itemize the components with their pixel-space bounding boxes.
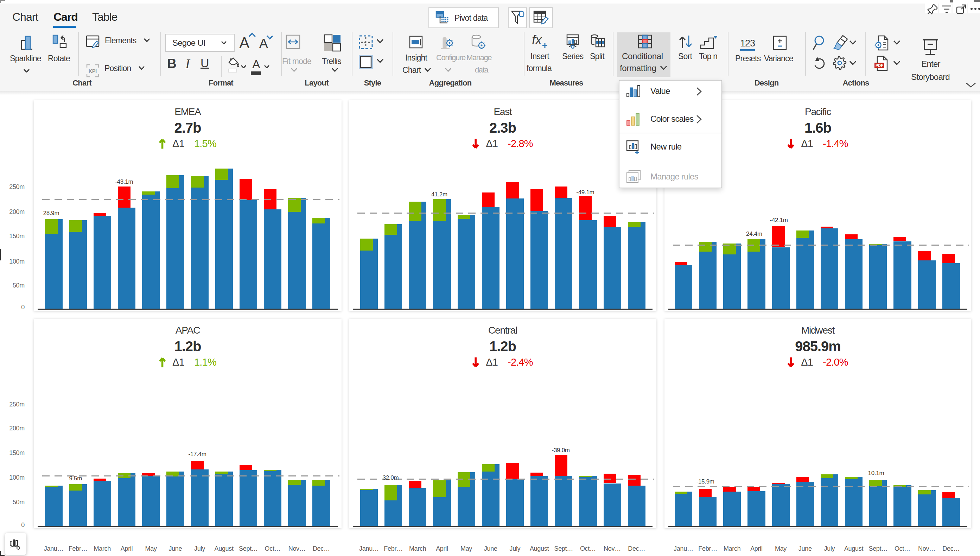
svg-text:123: 123 <box>740 38 755 48</box>
svg-text:PDF: PDF <box>875 63 883 68</box>
svg-text:fx: fx <box>532 34 542 47</box>
svg-text:KPI: KPI <box>89 68 97 74</box>
